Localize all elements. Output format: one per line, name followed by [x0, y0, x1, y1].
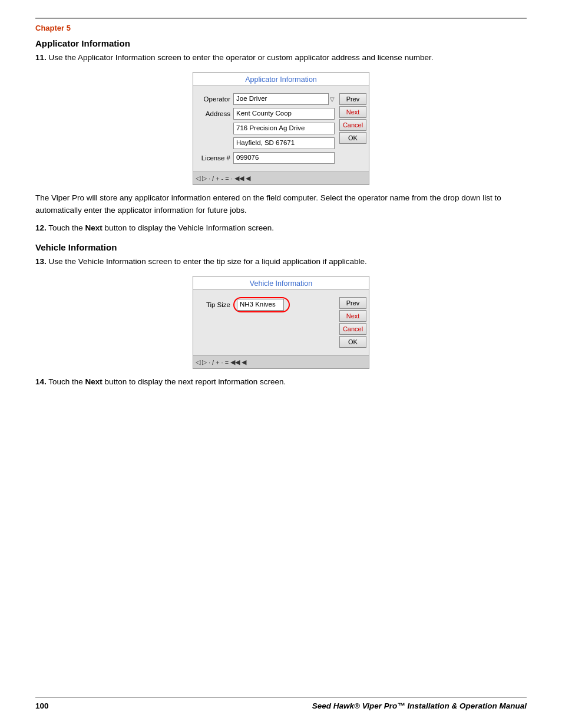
operator-input[interactable]: Joe Driver: [233, 93, 329, 105]
tipsize-input[interactable]: NH3 Knives: [237, 299, 284, 311]
vehicle-toolbar: ◁ ▷ · / + · = ◀◀ ◀: [193, 355, 369, 368]
vehicle-fields: Tip Size NH3 Knives: [193, 295, 338, 353]
address-row1: Address Kent County Coop: [199, 108, 335, 120]
applicator-screen-container: Applicator Information Operator Joe Driv…: [35, 72, 527, 185]
license-row: License # 099076: [199, 152, 335, 164]
applicator-info-text: The Viper Pro will store any applicator …: [35, 192, 527, 216]
tipsize-oval: NH3 Knives: [233, 297, 290, 312]
address-row3: Hayfield, SD 67671: [199, 137, 335, 149]
footer: 100 Seed Hawk® Viper Pro™ Installation &…: [35, 697, 527, 710]
applicator-cancel-button[interactable]: Cancel: [339, 119, 366, 131]
address-input1[interactable]: Kent County Coop: [233, 108, 335, 120]
address-input3[interactable]: Hayfield, SD 67671: [233, 137, 335, 149]
vehicle-screen-container: Vehicle Information Tip Size NH3 Knives: [35, 276, 527, 369]
footer-page: 100: [35, 701, 49, 710]
v-toolbar-plus[interactable]: +: [216, 359, 219, 366]
toolbar-dot2: -: [222, 175, 224, 182]
footer-title: Seed Hawk® Viper Pro™ Installation & Ope…: [312, 701, 527, 710]
address-input2[interactable]: 716 Precision Ag Drive: [233, 123, 335, 134]
vehicle-heading: Vehicle Information: [35, 242, 527, 252]
step14-number: 14.: [35, 377, 47, 386]
step11-number: 11.: [35, 53, 47, 62]
v-toolbar-back[interactable]: ◁: [196, 358, 200, 366]
operator-dropdown-arrow[interactable]: ▽: [330, 96, 335, 103]
v-toolbar-eq[interactable]: =: [225, 359, 229, 366]
applicator-screen-title: Applicator Information: [193, 73, 369, 86]
applicator-heading: Applicator Information: [35, 38, 527, 48]
tipsize-oval-wrapper: NH3 Knives: [233, 297, 335, 312]
page: Chapter 5 Applicator Information 11. Use…: [0, 0, 562, 728]
step12-text: 12. Touch the Next button to display the…: [35, 222, 527, 234]
operator-input-wrapper: Joe Driver ▽: [233, 93, 335, 105]
vehicle-screen-body: Tip Size NH3 Knives Prev Next Cancel: [193, 290, 369, 355]
toolbar-dot1: ·: [209, 175, 210, 182]
applicator-toolbar: ◁ ▷ · / + - = · ◀◀ ◀: [193, 172, 369, 185]
applicator-buttons: Prev Next Cancel OK: [338, 91, 369, 169]
v-toolbar-dot2: ·: [222, 359, 223, 366]
toolbar-dot3: ·: [231, 175, 233, 182]
step13-number: 13.: [35, 257, 47, 266]
address-row2: 716 Precision Ag Drive: [199, 123, 335, 134]
vehicle-ok-button[interactable]: OK: [339, 336, 366, 348]
step13-text: 13. Use the Vehicle Information screen t…: [35, 256, 527, 268]
vehicle-prev-button[interactable]: Prev: [339, 297, 366, 309]
v-toolbar-slash[interactable]: /: [212, 359, 214, 366]
v-toolbar-dot1: ·: [209, 359, 210, 366]
operator-row: Operator Joe Driver ▽: [199, 93, 335, 105]
vehicle-empty-space: [199, 315, 335, 351]
applicator-next-button[interactable]: Next: [339, 106, 366, 118]
vehicle-screen: Vehicle Information Tip Size NH3 Knives: [193, 276, 369, 369]
tipsize-label: Tip Size: [199, 301, 233, 308]
address-label: Address: [199, 110, 233, 117]
applicator-prev-button[interactable]: Prev: [339, 93, 366, 105]
chapter-label: Chapter 5: [35, 24, 527, 32]
applicator-screen: Applicator Information Operator Joe Driv…: [193, 72, 369, 185]
toolbar-plus[interactable]: +: [216, 175, 219, 182]
tipsize-row: Tip Size NH3 Knives: [199, 297, 335, 312]
toolbar-rewind[interactable]: ◀◀: [234, 174, 244, 182]
vehicle-screen-title: Vehicle Information: [193, 276, 369, 290]
applicator-screen-body: Operator Joe Driver ▽ Address Kent Count…: [193, 86, 369, 172]
toolbar-back[interactable]: ◁: [196, 174, 200, 182]
step12-number: 12.: [35, 223, 47, 232]
license-input[interactable]: 099076: [233, 152, 335, 164]
license-label: License #: [199, 154, 233, 162]
applicator-fields: Operator Joe Driver ▽ Address Kent Count…: [193, 91, 338, 169]
vehicle-buttons: Prev Next Cancel OK: [338, 295, 369, 353]
applicator-ok-button[interactable]: OK: [339, 132, 366, 144]
step12-next-bold: Next: [85, 223, 103, 232]
toolbar-rew1[interactable]: ◀: [246, 174, 250, 182]
toolbar-slash[interactable]: /: [212, 175, 214, 182]
toolbar-eq[interactable]: =: [225, 175, 229, 182]
step14-text: 14. Touch the Next button to display the…: [35, 376, 527, 388]
top-rule: [35, 18, 527, 19]
operator-label: Operator: [199, 95, 233, 103]
v-toolbar-rewind[interactable]: ◀◀: [230, 358, 240, 366]
v-toolbar-fwd[interactable]: ▷: [202, 358, 207, 366]
v-toolbar-rew1[interactable]: ◀: [242, 358, 246, 366]
vehicle-next-button[interactable]: Next: [339, 310, 366, 322]
vehicle-cancel-button[interactable]: Cancel: [339, 323, 366, 335]
step14-next-bold: Next: [85, 377, 103, 386]
toolbar-fwd[interactable]: ▷: [202, 174, 207, 182]
step11-text: 11. Use the Applicator Information scree…: [35, 52, 527, 64]
